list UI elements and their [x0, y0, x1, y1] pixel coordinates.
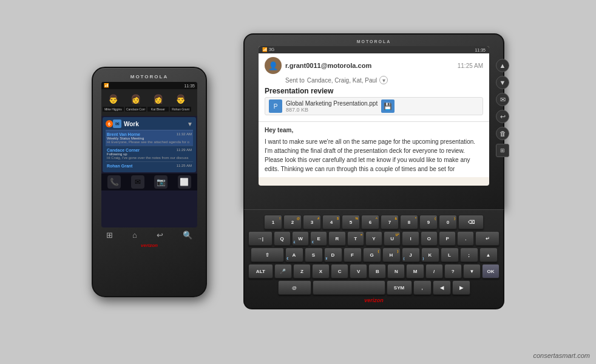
key-l[interactable]: L — [441, 248, 459, 262]
contact-mike[interactable]: 👨 Mike Higgins — [103, 91, 124, 114]
key-9[interactable]: (9 — [419, 215, 438, 229]
key-f[interactable]: F — [344, 248, 362, 262]
key-ok[interactable]: OK — [482, 264, 499, 278]
key-tab[interactable]: →| — [248, 231, 273, 246]
save-attachment-icon[interactable]: 💾 — [381, 99, 395, 113]
key-x[interactable]: X — [312, 264, 330, 278]
key-right[interactable]: ▶ — [452, 280, 470, 295]
key-s[interactable]: S — [305, 248, 323, 262]
phone2-brand: MOTOROLA — [357, 39, 391, 44]
contact-rohan[interactable]: 👨 Rohan Grant — [170, 91, 191, 114]
key-e[interactable]: €E — [310, 231, 327, 246]
key-p[interactable]: P — [439, 231, 456, 246]
phone2-status-bar: 📶 3G 11:35 — [259, 46, 489, 53]
key-t[interactable]: =T — [347, 231, 364, 246]
back-btn[interactable]: ↩ — [496, 110, 509, 123]
delete-btn[interactable]: 🗑 — [496, 127, 509, 140]
key-6[interactable]: ^6 — [361, 215, 379, 229]
clock: 11:35 — [184, 84, 195, 88]
sent-to-recipients: Candace, Craig, Kat, Paul — [307, 77, 378, 84]
key-m[interactable]: M — [406, 264, 424, 278]
email-item-2[interactable]: 11:29 AM Candace Corner Following up Hi … — [106, 146, 193, 161]
expand-icon[interactable]: ▾ — [379, 76, 388, 84]
key-enter[interactable]: ↵ — [475, 231, 499, 246]
down-btn[interactable]: ▼ — [496, 76, 509, 89]
key-y[interactable]: Y — [365, 231, 382, 246]
apps-btn[interactable]: ⊞ — [496, 144, 509, 157]
email-item-3[interactable]: 11:25 AM Rohan Grant — [106, 161, 193, 170]
email-from-row: 👤 r.grant0011@motorola.com 11:25 AM — [265, 57, 483, 74]
email-from-addr: r.grant0011@motorola.com — [285, 62, 371, 69]
key-4[interactable]: $4 — [322, 215, 340, 229]
key-2[interactable]: @2 — [283, 215, 302, 229]
key-at[interactable]: @ — [278, 280, 311, 295]
phone1-screen: 📶 11:35 👨 Mike Higgins 👩 Candace Corr 👩 … — [101, 82, 197, 228]
phone1-brand: MOTOROLA — [130, 74, 169, 79]
key-up[interactable]: ▲ — [479, 248, 498, 262]
key-k[interactable]: }K — [421, 248, 439, 262]
back-nav-btn[interactable]: ↩ — [157, 231, 163, 240]
rohan-avatar: 👨 — [170, 91, 191, 107]
key-w[interactable]: £W — [292, 231, 309, 246]
key-o[interactable]: O — [421, 231, 438, 246]
key-v[interactable]: V — [350, 264, 367, 278]
up-btn[interactable]: ▲ — [496, 59, 509, 72]
key-i[interactable]: I — [402, 231, 419, 246]
email-body-text: I want to make sure we're all on the sam… — [265, 137, 483, 174]
key-z[interactable]: Z — [293, 264, 311, 278]
key-question[interactable]: ? — [444, 264, 462, 278]
key-g[interactable]: {G — [363, 248, 381, 262]
phone1: MOTOROLA 📶 11:35 👨 Mike Higgins 👩 Candac… — [92, 67, 207, 297]
email-header: 👤 r.grant0011@motorola.com 11:25 AM Sent… — [259, 53, 489, 122]
key-3[interactable]: #3 — [303, 215, 321, 229]
key-sym[interactable]: SYM — [387, 280, 412, 295]
key-0[interactable]: )0 — [439, 215, 457, 229]
key-space[interactable] — [313, 280, 385, 295]
key-j[interactable]: {J — [402, 248, 420, 262]
key-8[interactable]: *8 — [400, 215, 418, 229]
key-h[interactable]: }H — [382, 248, 401, 262]
email-btn[interactable]: ✉ — [496, 93, 509, 106]
contact-candace[interactable]: 👩 Candace Corr — [125, 91, 146, 114]
email-item-1[interactable]: 11:32 AM Brent Van Horne Weekly Status M… — [106, 130, 193, 146]
key-5[interactable]: %5 — [342, 215, 360, 229]
home-nav-btn[interactable]: ⌂ — [132, 231, 137, 240]
key-mic[interactable]: 🎤 — [274, 264, 292, 278]
browser-icon[interactable]: ⬜ — [178, 175, 191, 189]
key-comma[interactable]: , — [413, 280, 432, 295]
key-shift[interactable]: ⇧ — [251, 248, 284, 262]
email-preview-1: Hi Everyone, Please see the attached age… — [107, 140, 192, 144]
phone2: MOTOROLA 📶 3G 11:35 👤 r.grant0011@motoro… — [243, 33, 504, 331]
p2-clock: 11:35 — [475, 48, 486, 52]
email-greeting: Hey team, — [265, 126, 483, 135]
phone2-top: MOTOROLA 📶 3G 11:35 👤 r.grant0011@motoro… — [243, 33, 504, 209]
key-down[interactable]: ▼ — [463, 264, 481, 278]
key-a[interactable]: €A — [285, 248, 303, 262]
contact-kat[interactable]: 👩 Kat Bleser — [147, 91, 169, 114]
email-to-row: Sent to Candace, Craig, Kat, Paul ▾ — [285, 76, 483, 84]
key-left[interactable]: ◀ — [433, 280, 451, 295]
phone-icon[interactable]: 📞 — [107, 175, 121, 189]
keyboard-row-a: ⇧ €A S ¥D F {G }H {J }K L ; ▲ — [248, 248, 499, 262]
key-q[interactable]: Q — [274, 231, 291, 246]
search-nav-btn[interactable]: 🔍 — [183, 231, 192, 240]
key-u[interactable]: U*U — [384, 231, 401, 246]
key-1[interactable]: !1 — [264, 215, 282, 229]
key-7[interactable]: &7 — [381, 215, 399, 229]
key-semi[interactable]: ; — [460, 248, 478, 262]
key-c[interactable]: C — [331, 264, 348, 278]
email-from-time: 11:25 AM — [458, 62, 483, 69]
email-dock-icon[interactable]: ✉ — [131, 175, 144, 189]
key-b[interactable]: B — [368, 264, 386, 278]
email-subject-header: Presentation review — [265, 87, 483, 95]
key-dot[interactable]: . — [457, 231, 474, 246]
key-r[interactable]: R — [328, 231, 345, 246]
key-n[interactable]: N — [387, 264, 405, 278]
key-slash[interactable]: / — [425, 264, 443, 278]
camera-icon[interactable]: 📷 — [154, 175, 168, 189]
apps-nav-btn[interactable]: ⊞ — [106, 231, 113, 240]
key-alt[interactable]: ALT — [248, 264, 273, 278]
key-d[interactable]: ¥D — [324, 248, 342, 262]
key-backspace[interactable]: ⌫ — [458, 215, 484, 229]
dropdown-icon[interactable]: ▼ — [187, 121, 193, 127]
